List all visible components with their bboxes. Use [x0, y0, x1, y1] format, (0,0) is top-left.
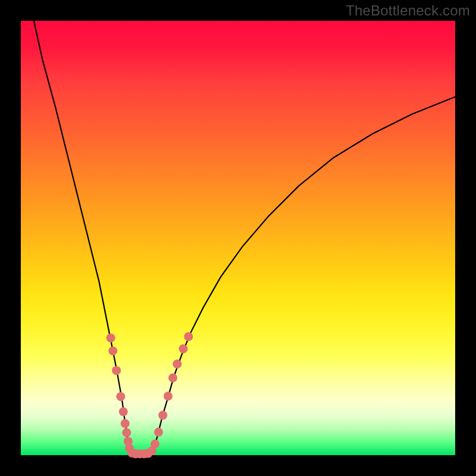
highlight-dot: [122, 428, 131, 437]
highlight-dot: [119, 408, 128, 416]
highlight-dot: [164, 392, 173, 400]
highlight-dot: [184, 332, 193, 341]
curve-right-arm: [152, 97, 455, 455]
plot-area: [21, 21, 455, 455]
attribution-label: TheBottleneck.com: [346, 2, 470, 19]
highlight-dot: [116, 392, 125, 401]
highlight-dot: [151, 440, 159, 449]
highlight-dot: [121, 419, 130, 428]
highlight-dot: [112, 366, 121, 375]
chart-frame: TheBottleneck.com: [0, 0, 476, 476]
highlight-dots-group: [107, 332, 193, 458]
highlight-dot: [179, 345, 188, 353]
highlight-dot: [108, 346, 117, 355]
highlight-dot: [154, 428, 163, 437]
chart-svg: [21, 21, 455, 455]
highlight-dot: [173, 359, 181, 368]
highlight-dot: [168, 374, 177, 383]
highlight-dot: [107, 333, 115, 342]
curve-left-arm: [34, 21, 130, 455]
highlight-dot: [158, 411, 167, 419]
